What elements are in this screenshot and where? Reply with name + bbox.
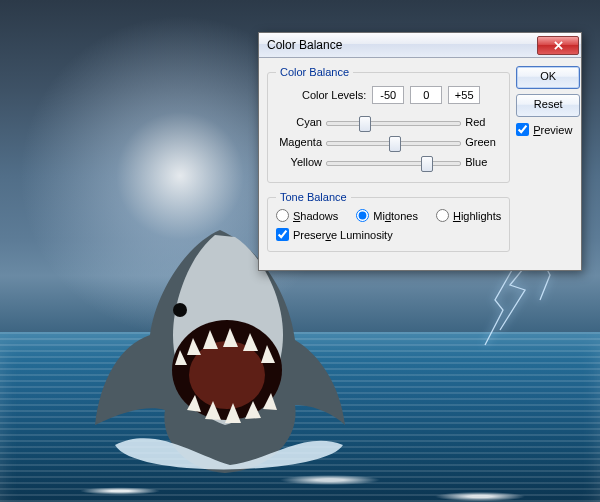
slider-track[interactable] [326, 154, 461, 170]
level-input-1[interactable] [372, 86, 404, 104]
color-balance-legend: Color Balance [276, 66, 353, 78]
slider-row-0: CyanRed [276, 112, 501, 132]
tone-balance-legend: Tone Balance [276, 191, 351, 203]
preserve-luminosity-label: Preserve Luminosity [293, 229, 393, 241]
slider-left-label: Cyan [276, 116, 322, 128]
dialog-title: Color Balance [267, 38, 537, 52]
slider-thumb[interactable] [359, 116, 371, 132]
slider-track[interactable] [326, 114, 461, 130]
slider-row-2: YellowBlue [276, 152, 501, 172]
slider-thumb[interactable] [421, 156, 433, 172]
tone-balance-group: Tone Balance Shadows Midtones Highlights [267, 191, 510, 252]
slider-right-label: Blue [465, 156, 501, 168]
radio-midtones-label: Midtones [373, 210, 418, 222]
reset-button[interactable]: Reset [516, 94, 580, 117]
slider-left-label: Yellow [276, 156, 322, 168]
slider-row-1: MagentaGreen [276, 132, 501, 152]
level-input-2[interactable] [410, 86, 442, 104]
slider-track[interactable] [326, 134, 461, 150]
preserve-luminosity-checkbox[interactable] [276, 228, 289, 241]
radio-highlights-input[interactable] [436, 209, 449, 222]
slider-right-label: Red [465, 116, 501, 128]
svg-point-13 [173, 303, 187, 317]
close-icon [554, 41, 563, 50]
close-button[interactable] [537, 36, 579, 55]
radio-shadows[interactable]: Shadows [276, 209, 338, 222]
slider-left-label: Magenta [276, 136, 322, 148]
radio-midtones[interactable]: Midtones [356, 209, 418, 222]
color-levels-label: Color Levels: [302, 89, 366, 101]
slider-thumb[interactable] [389, 136, 401, 152]
preview-option[interactable]: Preview [516, 123, 580, 136]
titlebar[interactable]: Color Balance [259, 33, 581, 58]
preview-label: Preview [533, 124, 572, 136]
level-input-3[interactable] [448, 86, 480, 104]
preserve-luminosity[interactable]: Preserve Luminosity [276, 228, 501, 241]
slider-right-label: Green [465, 136, 501, 148]
color-balance-group: Color Balance Color Levels: CyanRedMagen… [267, 66, 510, 183]
radio-highlights[interactable]: Highlights [436, 209, 501, 222]
radio-highlights-label: Highlights [453, 210, 501, 222]
svg-point-1 [189, 341, 265, 409]
radio-midtones-input[interactable] [356, 209, 369, 222]
color-balance-dialog: Color Balance Color Balance Color Levels… [258, 32, 582, 271]
preview-checkbox[interactable] [516, 123, 529, 136]
radio-shadows-label: Shadows [293, 210, 338, 222]
radio-shadows-input[interactable] [276, 209, 289, 222]
ok-button[interactable]: OK [516, 66, 580, 89]
